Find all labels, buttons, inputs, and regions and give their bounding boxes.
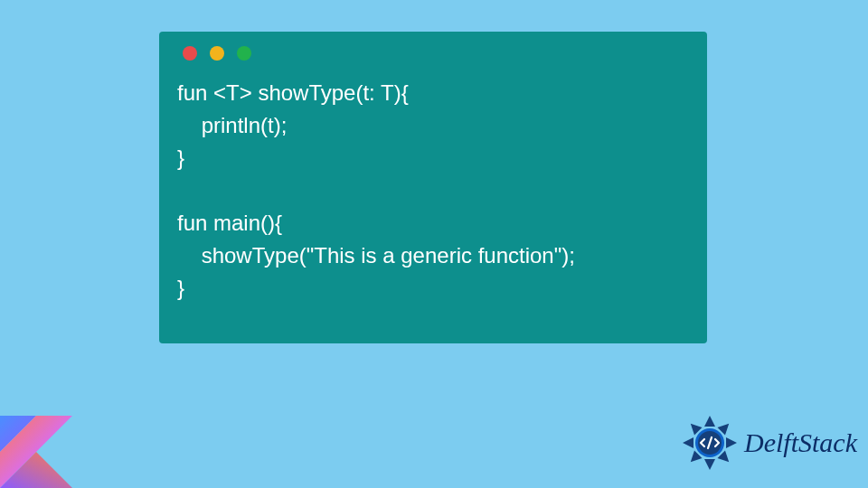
brand-badge: DelftStack: [681, 414, 857, 472]
svg-marker-9: [683, 437, 693, 448]
kotlin-logo-icon: [0, 416, 72, 488]
svg-marker-5: [726, 437, 737, 448]
svg-marker-7: [704, 459, 715, 470]
zoom-icon: [237, 46, 251, 61]
svg-marker-3: [704, 416, 715, 427]
delftstack-logo-icon: [681, 414, 739, 472]
brand-name: DelftStack: [744, 427, 857, 458]
code-window: fun <T> showType(t: T){ println(t); } fu…: [159, 32, 707, 343]
close-icon: [183, 46, 197, 61]
minimize-icon: [210, 46, 224, 61]
code-block: fun <T> showType(t: T){ println(t); } fu…: [177, 77, 689, 305]
window-controls: [183, 46, 689, 61]
